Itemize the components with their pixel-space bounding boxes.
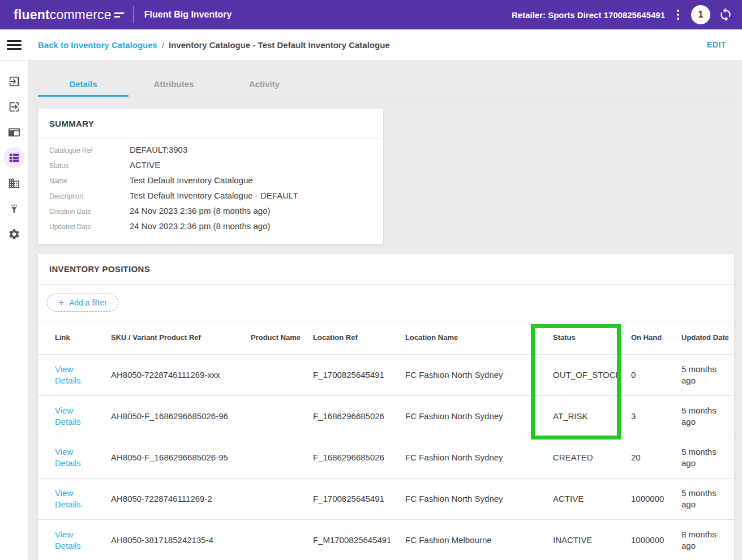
col-updated-date: Updated Date bbox=[681, 321, 734, 354]
table-row: View Details AH8050-7228746111269-2 F_17… bbox=[38, 478, 734, 519]
col-location-ref: Location Ref bbox=[313, 321, 405, 354]
sidebar-item-settings[interactable] bbox=[0, 221, 28, 247]
view-details-link[interactable]: View Details bbox=[55, 488, 89, 510]
field-value: 24 Nov 2023 2:36 pm (8 months ago) bbox=[130, 206, 270, 216]
location-ref-cell: F_1686296685026 bbox=[313, 395, 405, 437]
product-name-cell bbox=[251, 354, 313, 395]
field-label: Catalogue Ref bbox=[49, 147, 130, 154]
on-hand-cell: 1000000 bbox=[631, 519, 681, 560]
tab-activity[interactable]: Activity bbox=[219, 71, 310, 97]
main-content: Details Attributes Activity SUMMARY Cata… bbox=[28, 61, 742, 560]
add-filter-button[interactable]: + Add a filter bbox=[47, 294, 118, 312]
col-location-name: Location Name bbox=[405, 321, 553, 354]
filter-row: + Add a filter bbox=[38, 285, 734, 321]
retailer-label: Retailer: Sports Direct 1700825645491 bbox=[512, 10, 665, 20]
app-title: Fluent Big Inventory bbox=[144, 10, 232, 20]
notification-count-badge[interactable]: 1 bbox=[691, 5, 710, 24]
edit-button[interactable]: EDIT bbox=[707, 40, 726, 49]
list-icon bbox=[8, 152, 20, 164]
inventory-positions-card: INVENTORY POSITIONS + Add a filter Link … bbox=[38, 254, 734, 560]
table-row: View Details AH8050-F_1686296685026-96 F… bbox=[38, 395, 734, 437]
sidebar-item-outbound[interactable] bbox=[0, 94, 28, 119]
on-hand-cell: 0 bbox=[631, 354, 681, 395]
col-sku: SKU / Variant Product Ref bbox=[111, 321, 251, 354]
field-label: Name bbox=[49, 177, 130, 185]
summary-field-updated-date: Updated Date 24 Nov 2023 2:36 pm (8 mont… bbox=[49, 221, 372, 236]
tab-details[interactable]: Details bbox=[38, 71, 128, 97]
inbound-icon bbox=[8, 75, 20, 88]
status-cell: INACTIVE bbox=[553, 519, 631, 560]
updated-date-cell: 5 months ago bbox=[681, 488, 727, 510]
breadcrumb-separator: / bbox=[162, 40, 164, 50]
view-details-link[interactable]: View Details bbox=[55, 405, 89, 428]
summary-title: SUMMARY bbox=[38, 109, 383, 139]
field-label: Status bbox=[49, 162, 130, 170]
breadcrumb: Back to Inventory Catalogues / Inventory… bbox=[38, 40, 390, 50]
logo-mark-icon bbox=[113, 11, 126, 19]
field-value: DEFAULT:3903 bbox=[130, 145, 187, 154]
tab-attributes[interactable]: Attributes bbox=[128, 71, 219, 97]
sku-cell: AH8050-7228746111269-2 bbox=[111, 478, 251, 519]
summary-field-status: Status ACTIVE bbox=[49, 160, 372, 175]
col-status: Status bbox=[553, 321, 631, 354]
status-cell: AT_RISK bbox=[553, 395, 631, 437]
organization-icon bbox=[8, 177, 20, 189]
sidebar-nav bbox=[0, 61, 28, 560]
location-name-cell: FC Fashion North Sydney bbox=[405, 437, 553, 478]
updated-date-cell: 5 months ago bbox=[681, 446, 727, 469]
sku-cell: AH8050-3817185242135-4 bbox=[111, 519, 251, 560]
sidebar-item-filter[interactable] bbox=[0, 196, 28, 221]
view-details-link[interactable]: View Details bbox=[55, 446, 89, 469]
inventory-positions-title: INVENTORY POSITIONS bbox=[38, 254, 734, 285]
outbound-icon bbox=[8, 101, 20, 113]
kebab-menu-icon[interactable] bbox=[673, 8, 683, 21]
field-value: Test Default Inventory Catalogue bbox=[130, 175, 253, 185]
plus-icon: + bbox=[58, 299, 64, 307]
location-ref-cell: F_1700825645491 bbox=[313, 354, 405, 395]
field-value: Test Default Inventory Catalogue - DEFAU… bbox=[130, 191, 298, 200]
hamburger-menu-icon[interactable] bbox=[0, 38, 28, 52]
sku-cell: AH8050-F_1686296685026-95 bbox=[111, 437, 251, 478]
field-label: Updated Date bbox=[49, 223, 130, 231]
status-cell: ACTIVE bbox=[553, 478, 631, 519]
status-cell: OUT_OF_STOCK bbox=[553, 354, 631, 395]
product-name-cell bbox=[251, 478, 313, 519]
col-product-name: Product Name bbox=[251, 321, 313, 354]
refresh-icon[interactable] bbox=[718, 7, 733, 22]
summary-field-name: Name Test Default Inventory Catalogue bbox=[49, 175, 372, 191]
field-value: ACTIVE bbox=[130, 160, 160, 170]
table-header-row: Link SKU / Variant Product Ref Product N… bbox=[38, 321, 734, 354]
location-name-cell: FC Fashion North Sydney bbox=[405, 354, 553, 395]
inventory-positions-table: Link SKU / Variant Product Ref Product N… bbox=[38, 321, 734, 560]
add-filter-label: Add a filter bbox=[69, 298, 107, 307]
logo-text-light: commerce bbox=[50, 7, 111, 23]
table-row: View Details AH8050-F_1686296685026-95 F… bbox=[38, 437, 734, 478]
appbar-divider bbox=[134, 6, 134, 23]
field-label: Creation Date bbox=[49, 208, 130, 216]
sidebar-item-organization[interactable] bbox=[0, 170, 28, 196]
on-hand-cell: 3 bbox=[631, 395, 681, 437]
breadcrumb-back-link[interactable]: Back to Inventory Catalogues bbox=[38, 40, 157, 50]
location-ref-cell: F_M1700825645491 bbox=[313, 519, 405, 560]
on-hand-cell: 1000000 bbox=[631, 478, 681, 519]
product-name-cell bbox=[251, 395, 313, 437]
logo-text-bold: fluent bbox=[14, 7, 50, 23]
location-name-cell: FC Fashion Melbourne bbox=[405, 519, 553, 560]
summary-field-catalogue-ref: Catalogue Ref DEFAULT:3903 bbox=[49, 145, 372, 160]
product-name-cell bbox=[251, 519, 313, 560]
sidebar-item-inbound[interactable] bbox=[0, 68, 28, 94]
sidebar-item-inventory-catalogues[interactable] bbox=[0, 145, 28, 170]
updated-date-cell: 5 months ago bbox=[681, 405, 727, 428]
breadcrumb-current: Inventory Catalogue - Test Default Inven… bbox=[169, 40, 390, 50]
location-ref-cell: F_1686296685026 bbox=[313, 437, 405, 478]
col-on-hand: On Hand bbox=[631, 321, 681, 354]
view-details-link[interactable]: View Details bbox=[55, 529, 89, 552]
sidebar-item-panel[interactable] bbox=[0, 119, 28, 145]
product-name-cell bbox=[251, 437, 313, 478]
view-details-link[interactable]: View Details bbox=[55, 364, 89, 386]
breadcrumb-bar: Back to Inventory Catalogues / Inventory… bbox=[0, 29, 742, 61]
summary-field-description: Description Test Default Inventory Catal… bbox=[49, 191, 372, 206]
col-link: Link bbox=[38, 321, 111, 354]
summary-field-creation-date: Creation Date 24 Nov 2023 2:36 pm (8 mon… bbox=[49, 206, 372, 221]
updated-date-cell: 8 months ago bbox=[681, 529, 727, 552]
